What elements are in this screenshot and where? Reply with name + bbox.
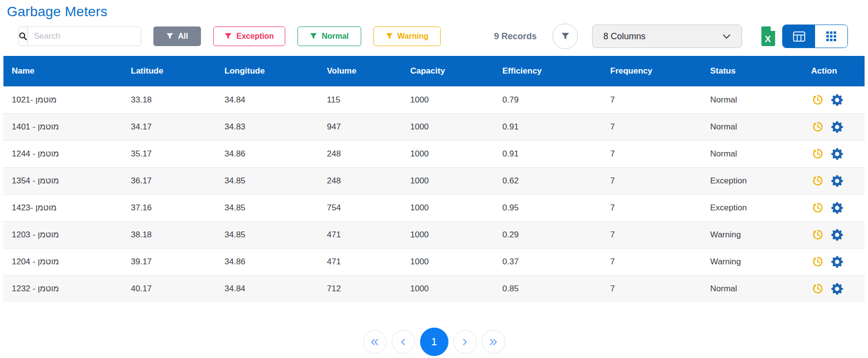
history-button[interactable]: [811, 174, 824, 187]
search-input[interactable]: [28, 27, 141, 46]
history-icon: [811, 93, 824, 106]
cell-efficiency: 0.91: [494, 140, 602, 167]
cell-action: [803, 248, 865, 275]
table-view-icon: [793, 31, 805, 42]
filter-exception-button[interactable]: Exception: [213, 26, 285, 46]
cell-name: 1204 - מוטמן: [3, 248, 123, 275]
cell-longitude: 34.84: [216, 86, 319, 113]
filter-all-button[interactable]: All: [153, 26, 201, 46]
cell-volume: 471: [319, 248, 402, 275]
grid-view-button[interactable]: [815, 25, 847, 48]
toolbar: All Exception Normal Warning 9 Records 8…: [0, 24, 868, 49]
cell-volume: 248: [319, 140, 402, 167]
cell-efficiency: 0.85: [494, 275, 602, 302]
settings-button[interactable]: [831, 175, 843, 187]
cell-efficiency: 0.95: [494, 194, 602, 221]
view-toggle: [782, 25, 848, 48]
page-1-button[interactable]: 1: [420, 328, 448, 356]
cell-longitude: 34.85: [216, 167, 319, 194]
columns-dropdown[interactable]: 8 Columns: [592, 25, 742, 48]
history-button[interactable]: [811, 228, 824, 241]
cell-action: [803, 140, 865, 167]
gear-icon: [831, 175, 843, 187]
cell-efficiency: 0.79: [494, 86, 602, 113]
cell-efficiency: 0.91: [494, 113, 602, 140]
history-button[interactable]: [811, 255, 824, 268]
filter-all-label: All: [178, 32, 188, 41]
cell-latitude: 35.17: [123, 140, 216, 167]
table-row: 1203 - מוטמן38.1834.8547110000.297Warnin…: [3, 221, 865, 248]
cell-name: 1423- מוטמן: [3, 194, 123, 221]
column-header-longitude: Longitude: [216, 56, 319, 86]
funnel-icon: [561, 32, 570, 40]
cell-name: 1021- מוטמן: [3, 86, 123, 113]
filter-normal-button[interactable]: Normal: [298, 26, 361, 46]
next-page-button[interactable]: [453, 330, 477, 354]
grid-view-icon: [826, 31, 836, 41]
table-view-button[interactable]: [783, 25, 815, 48]
table-body: 1021- מוטמן33.1834.8411510000.797Normal …: [3, 86, 865, 302]
history-button[interactable]: [811, 201, 824, 214]
cell-capacity: 1000: [402, 248, 494, 275]
column-header-efficiency: Efficiency: [494, 56, 602, 86]
table-header: NameLatitudeLongitudeVolumeCapacityEffic…: [3, 56, 865, 86]
first-page-button[interactable]: [363, 330, 387, 354]
settings-button[interactable]: [831, 202, 843, 214]
history-button[interactable]: [811, 93, 824, 106]
cell-latitude: 37.16: [123, 194, 216, 221]
cell-longitude: 34.85: [216, 194, 319, 221]
gear-icon: [831, 94, 843, 106]
filter-funnel-button[interactable]: [552, 24, 578, 49]
cell-volume: 115: [319, 86, 402, 113]
settings-button[interactable]: [831, 229, 843, 241]
history-icon: [811, 282, 824, 295]
cell-longitude: 34.86: [216, 248, 319, 275]
chevron-left-icon: [397, 336, 409, 348]
pagination: 1: [0, 328, 868, 356]
settings-button[interactable]: [831, 283, 843, 295]
history-button[interactable]: [811, 120, 824, 133]
cell-action: [803, 221, 865, 248]
gear-icon: [831, 256, 843, 268]
svg-text:X: X: [765, 34, 771, 44]
cell-latitude: 39.17: [123, 248, 216, 275]
history-icon: [811, 255, 824, 268]
funnel-icon: [386, 33, 393, 40]
column-header-action: Action: [803, 56, 865, 86]
chevrons-left-icon: [369, 336, 380, 348]
filter-warning-label: Warning: [397, 32, 428, 41]
table-row: 1204 - מוטמן39.1734.8647110000.377Warnin…: [3, 248, 865, 275]
cell-name: 1203 - מוטמן: [3, 221, 123, 248]
cell-latitude: 38.18: [123, 221, 216, 248]
cell-capacity: 1000: [402, 86, 494, 113]
chevrons-right-icon: [488, 336, 499, 348]
columns-dropdown-value: 8 Columns: [603, 31, 722, 42]
gear-icon: [831, 202, 843, 214]
settings-button[interactable]: [831, 256, 843, 268]
cell-action: [803, 194, 865, 221]
cell-status: Warning: [702, 221, 803, 248]
settings-button[interactable]: [831, 121, 843, 133]
settings-button[interactable]: [831, 94, 843, 106]
cell-status: Normal: [702, 86, 803, 113]
prev-page-button[interactable]: [392, 330, 415, 354]
filter-exception-label: Exception: [236, 32, 273, 41]
cell-status: Normal: [702, 275, 803, 302]
column-header-frequency: Frequency: [602, 56, 702, 86]
last-page-button[interactable]: [482, 330, 505, 354]
column-header-status: Status: [702, 56, 803, 86]
cell-longitude: 34.86: [216, 140, 319, 167]
cell-latitude: 36.17: [123, 167, 216, 194]
excel-export-button[interactable]: X: [759, 26, 777, 47]
cell-efficiency: 0.29: [494, 221, 602, 248]
cell-frequency: 7: [602, 221, 702, 248]
filter-warning-button[interactable]: Warning: [373, 26, 441, 46]
column-header-capacity: Capacity: [402, 56, 494, 86]
history-button[interactable]: [811, 282, 824, 295]
cell-status: Exception: [702, 167, 803, 194]
history-button[interactable]: [811, 147, 824, 160]
cell-action: [803, 167, 865, 194]
gear-icon: [831, 148, 843, 160]
settings-button[interactable]: [831, 148, 843, 160]
records-count: 9 Records: [494, 31, 537, 42]
